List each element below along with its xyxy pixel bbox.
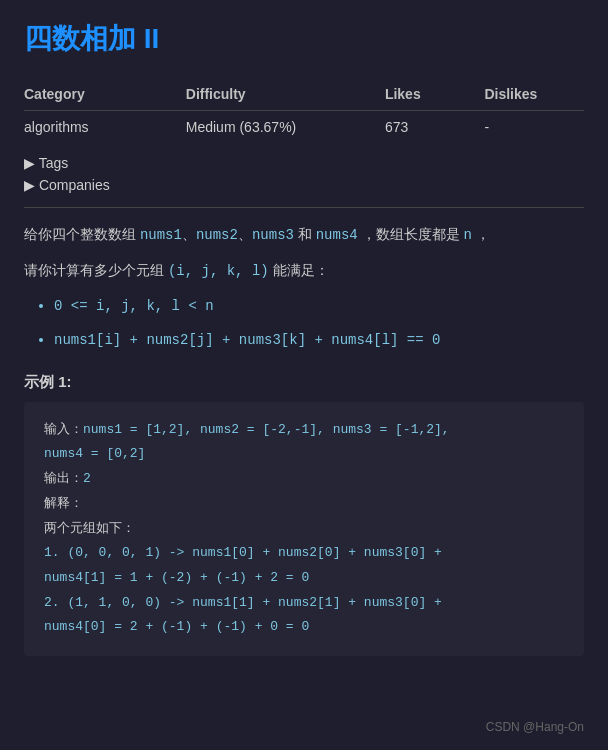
example-input: 输入：nums1 = [1,2], nums2 = [-2,-1], nums3…	[44, 418, 564, 443]
col-header-difficulty: Difficulty	[186, 78, 385, 111]
companies-label: ▶ Companies	[24, 177, 110, 193]
example-case1-line1: 1. (0, 0, 0, 1) -> nums1[0] + nums2[0] +…	[44, 541, 564, 566]
col-header-dislikes: Dislikes	[484, 78, 584, 111]
difficulty-value: Medium (63.67%)	[186, 111, 385, 144]
condition-1: 0 <= i, j, k, l < n	[54, 294, 584, 319]
code-tuple: (i, j, k, l)	[168, 263, 269, 279]
description-line2: 请你计算有多少个元组 (i, j, k, l) 能满足：	[24, 258, 584, 284]
page-title: 四数相加 II	[24, 20, 584, 58]
metadata-table: Category Difficulty Likes Dislikes algor…	[24, 78, 584, 143]
code-nums2: nums2	[196, 227, 238, 243]
example-explanation-line1: 两个元组如下：	[44, 517, 564, 542]
example1-title: 示例 1:	[24, 373, 584, 392]
code-n: n	[464, 227, 472, 243]
col-header-category: Category	[24, 78, 186, 111]
tags-section[interactable]: ▶ Tags	[24, 155, 584, 171]
description-line1: 给你四个整数数组 nums1、nums2、nums3 和 nums4 ，数组长度…	[24, 222, 584, 248]
example-explanation-label: 解释：	[44, 492, 564, 517]
companies-section[interactable]: ▶ Companies	[24, 177, 584, 193]
example1-code-block: 输入：nums1 = [1,2], nums2 = [-2,-1], nums3…	[24, 402, 584, 656]
likes-value: 673	[385, 111, 485, 144]
code-nums3: nums3	[252, 227, 294, 243]
dislikes-value: -	[484, 111, 584, 144]
page-container: 四数相加 II Category Difficulty Likes Dislik…	[0, 0, 608, 750]
tags-label: ▶ Tags	[24, 155, 68, 171]
col-header-likes: Likes	[385, 78, 485, 111]
code-nums4: nums4	[316, 227, 358, 243]
example-input-line2: nums4 = [0,2]	[44, 442, 564, 467]
footer-credit: CSDN @Hang-On	[486, 720, 584, 734]
example-case1-line2: nums4[1] = 1 + (-2) + (-1) + 2 = 0	[44, 566, 564, 591]
divider	[24, 207, 584, 208]
category-value: algorithms	[24, 111, 186, 144]
code-nums1: nums1	[140, 227, 182, 243]
condition-2: nums1[i] + nums2[j] + nums3[k] + nums4[l…	[54, 328, 584, 353]
conditions-list: 0 <= i, j, k, l < n nums1[i] + nums2[j] …	[24, 294, 584, 352]
example-case2-line1: 2. (1, 1, 0, 0) -> nums1[1] + nums2[1] +…	[44, 591, 564, 616]
example-output: 输出：2	[44, 467, 564, 492]
example-case2-line2: nums4[0] = 2 + (-1) + (-1) + 0 = 0	[44, 615, 564, 640]
